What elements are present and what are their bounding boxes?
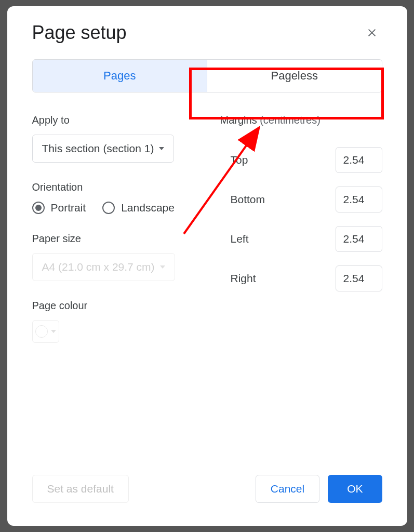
page-setup-dialog: Page setup Pages Pageless Apply to This … bbox=[7, 6, 407, 526]
close-icon bbox=[366, 27, 378, 38]
apply-to-label: Apply to bbox=[32, 114, 194, 126]
margin-bottom-label: Bottom bbox=[231, 193, 265, 206]
set-as-default-button: Set as default bbox=[32, 475, 129, 503]
paper-size-label: Paper size bbox=[32, 233, 194, 245]
margin-top-row: Top bbox=[231, 147, 382, 173]
margin-right-row: Right bbox=[231, 265, 382, 291]
tab-pageless[interactable]: Pageless bbox=[207, 60, 382, 92]
tab-pages[interactable]: Pages bbox=[33, 60, 207, 92]
tabs: Pages Pageless bbox=[32, 59, 382, 92]
portrait-label: Portrait bbox=[51, 202, 86, 214]
margin-left-label: Left bbox=[231, 233, 249, 245]
dialog-content: Apply to This section (section 1) Orient… bbox=[32, 114, 382, 362]
margin-top-label: Top bbox=[231, 154, 248, 166]
margins-text: Margins bbox=[220, 114, 257, 126]
right-column: Margins (centimetres) Top Bottom Left Ri… bbox=[220, 114, 382, 362]
margin-left-row: Left bbox=[231, 226, 382, 252]
radio-icon bbox=[32, 202, 45, 214]
margin-left-input[interactable] bbox=[336, 226, 382, 252]
page-colour-label: Page colour bbox=[32, 300, 194, 312]
orientation-section: Orientation Portrait Landscape bbox=[32, 181, 194, 214]
apply-to-section: Apply to This section (section 1) bbox=[32, 114, 194, 163]
ok-button[interactable]: OK bbox=[328, 475, 382, 503]
dialog-header: Page setup bbox=[32, 22, 382, 44]
radio-icon bbox=[102, 202, 115, 214]
left-column: Apply to This section (section 1) Orient… bbox=[32, 114, 194, 362]
page-colour-picker bbox=[32, 320, 59, 343]
margins-grid: Top Bottom Left Right bbox=[220, 135, 382, 291]
apply-to-value: This section (section 1) bbox=[42, 142, 154, 155]
footer-right: Cancel OK bbox=[256, 475, 382, 503]
close-button[interactable] bbox=[362, 22, 382, 43]
margin-top-input[interactable] bbox=[336, 147, 382, 173]
radio-landscape[interactable]: Landscape bbox=[102, 202, 175, 214]
dialog-title: Page setup bbox=[32, 22, 127, 44]
chevron-down-icon bbox=[160, 265, 165, 269]
radio-portrait[interactable]: Portrait bbox=[32, 202, 86, 214]
margin-right-input[interactable] bbox=[336, 265, 382, 291]
page-colour-section: Page colour bbox=[32, 300, 194, 343]
paper-size-section: Paper size A4 (21.0 cm x 29.7 cm) bbox=[32, 233, 194, 281]
paper-size-value: A4 (21.0 cm x 29.7 cm) bbox=[42, 261, 155, 273]
cancel-button[interactable]: Cancel bbox=[256, 475, 319, 503]
colour-swatch-icon bbox=[35, 325, 48, 338]
landscape-label: Landscape bbox=[121, 202, 175, 214]
paper-size-dropdown: A4 (21.0 cm x 29.7 cm) bbox=[32, 253, 175, 281]
margin-bottom-input[interactable] bbox=[336, 187, 382, 212]
orientation-radios: Portrait Landscape bbox=[32, 202, 194, 214]
margin-right-label: Right bbox=[231, 272, 256, 285]
chevron-down-icon bbox=[159, 147, 164, 150]
orientation-label: Orientation bbox=[32, 181, 194, 193]
dialog-footer: Set as default Cancel OK bbox=[32, 475, 382, 503]
apply-to-dropdown[interactable]: This section (section 1) bbox=[32, 135, 175, 163]
margins-label: Margins (centimetres) bbox=[220, 114, 382, 126]
margin-bottom-row: Bottom bbox=[231, 187, 382, 212]
margins-unit: (centimetres) bbox=[260, 114, 320, 126]
chevron-down-icon bbox=[51, 330, 56, 333]
